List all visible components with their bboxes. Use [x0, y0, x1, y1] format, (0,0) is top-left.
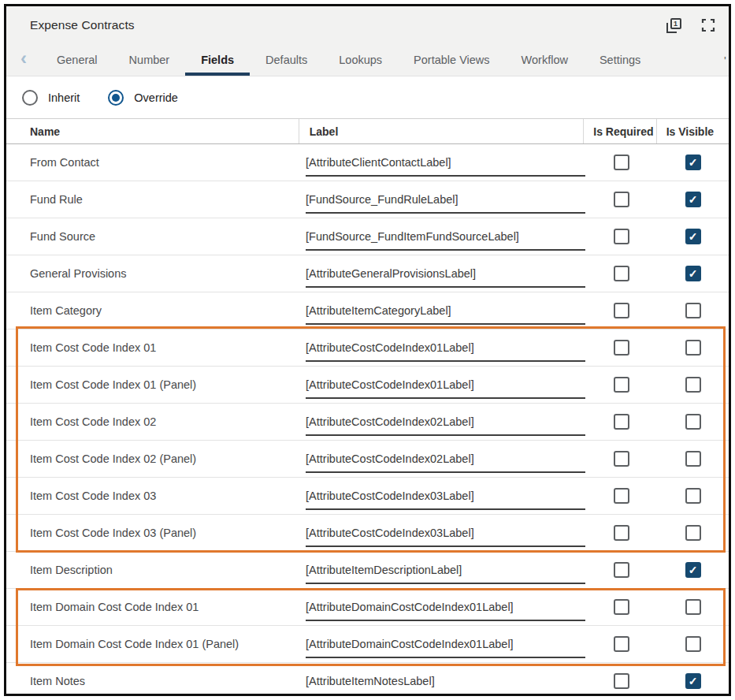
table-row: Item Cost Code Index 02[AttributeCostCod… [6, 404, 729, 441]
is-required-checkbox[interactable] [614, 599, 629, 615]
label-input[interactable]: [AttributeCostCodeIndex01Label] [306, 378, 585, 399]
is-visible-checkbox[interactable] [685, 636, 701, 652]
is-visible-cell [657, 515, 729, 551]
is-visible-cell: ✓ [657, 181, 729, 218]
is-required-cell [585, 404, 657, 440]
label-input[interactable]: [AttributeCostCodeIndex01Label] [306, 341, 585, 362]
is-required-checkbox[interactable] [614, 377, 629, 393]
is-visible-checkbox[interactable] [685, 488, 701, 504]
label-cell: [AttributeDomainCostCodeIndex01Label] [295, 626, 585, 662]
label-cell: [AttributeItemDescriptionLabel] [295, 552, 585, 588]
is-required-checkbox[interactable] [614, 525, 629, 541]
is-required-checkbox[interactable] [614, 303, 629, 318]
label-cell: [FundSource_FundItemFundSourceLabel] [295, 218, 585, 255]
is-required-checkbox[interactable] [614, 229, 629, 244]
column-header-is-required: Is Required [583, 119, 655, 143]
label-input[interactable]: [FundSource_FundItemFundSourceLabel] [306, 230, 585, 251]
title-bar: Expense Contracts 1 [6, 6, 729, 44]
is-required-checkbox[interactable] [614, 414, 629, 430]
label-input[interactable]: [AttributeCostCodeIndex02Label] [306, 452, 585, 473]
table-row: Item Description[AttributeItemDescriptio… [6, 552, 729, 589]
tab-fields[interactable]: Fields [185, 44, 250, 76]
is-visible-checkbox[interactable] [685, 525, 701, 541]
label-cell: [AttributeDomainCostCodeIndex01Label] [295, 589, 585, 625]
is-required-cell [585, 218, 657, 255]
is-visible-cell [657, 330, 729, 366]
field-name: Item Cost Code Index 02 (Panel) [6, 441, 295, 477]
is-required-checkbox[interactable] [614, 340, 629, 356]
is-visible-checkbox[interactable]: ✓ [685, 562, 701, 578]
is-visible-checkbox[interactable]: ✓ [685, 673, 701, 689]
label-cell: [AttributeCostCodeIndex03Label] [295, 478, 585, 514]
label-input[interactable]: [AttributeItemDescriptionLabel] [306, 564, 585, 584]
inherit-radio[interactable] [22, 90, 38, 106]
is-visible-checkbox[interactable] [685, 340, 701, 356]
filter-one-badge: 1 [670, 18, 681, 29]
radio-option-inherit[interactable]: Inherit [22, 90, 80, 106]
page-one-icon[interactable]: 1 [666, 17, 681, 33]
page-title: Expense Contracts [30, 18, 135, 32]
label-input[interactable]: [FundSource_FundRuleLabel] [306, 193, 585, 214]
is-required-checkbox[interactable] [614, 488, 629, 504]
label-input[interactable]: [AttributeClientContactLabel] [306, 156, 585, 177]
tab-overflow-partial[interactable]: ' [724, 53, 729, 67]
table-row: Fund Source[FundSource_FundItemFundSourc… [6, 218, 729, 255]
label-input[interactable]: [AttributeCostCodeIndex03Label] [306, 527, 585, 547]
tab-workflow[interactable]: Workflow [506, 44, 584, 76]
is-required-checkbox[interactable] [614, 192, 629, 207]
app-window: Expense Contracts 1 ‹ GeneralNumberField… [4, 4, 731, 696]
table-row: Item Cost Code Index 03[AttributeCostCod… [6, 478, 729, 515]
tab-settings[interactable]: Settings [584, 44, 656, 76]
tab-number[interactable]: Number [113, 44, 186, 76]
is-visible-checkbox[interactable] [685, 599, 701, 615]
label-input[interactable]: [AttributeDomainCostCodeIndex01Label] [306, 638, 585, 658]
is-visible-checkbox[interactable]: ✓ [685, 266, 701, 281]
label-input[interactable]: [AttributeDomainCostCodeIndex01Label] [306, 601, 585, 621]
label-cell: [AttributeItemCategoryLabel] [295, 292, 585, 329]
label-cell: [AttributeGeneralProvisionsLabel] [295, 255, 585, 292]
field-name: Item Cost Code Index 01 (Panel) [6, 367, 295, 403]
is-visible-cell: ✓ [657, 552, 729, 588]
table-row: Item Domain Cost Code Index 01 (Panel)[A… [6, 626, 729, 663]
field-name: Fund Rule [6, 181, 295, 218]
table-row: Fund Rule[FundSource_FundRuleLabel]✓ [6, 181, 729, 218]
field-name: Item Cost Code Index 01 [6, 330, 295, 366]
is-required-checkbox[interactable] [614, 451, 629, 467]
tab-portable-views[interactable]: Portable Views [398, 44, 505, 76]
radio-option-override[interactable]: Override [108, 90, 178, 106]
tab-lookups[interactable]: Lookups [323, 44, 398, 76]
is-visible-checkbox[interactable]: ✓ [685, 192, 701, 207]
is-visible-checkbox[interactable] [685, 414, 701, 430]
is-visible-checkbox[interactable]: ✓ [685, 229, 701, 244]
is-required-cell [585, 478, 657, 514]
is-required-checkbox[interactable] [614, 562, 629, 578]
is-visible-checkbox[interactable] [685, 451, 701, 467]
is-visible-cell: ✓ [657, 255, 729, 292]
filter-one-icon: 1 [666, 18, 681, 33]
is-visible-checkbox[interactable] [685, 303, 701, 318]
column-header-is-visible: Is Visible [656, 119, 729, 143]
label-input[interactable]: [AttributeItemCategoryLabel] [306, 304, 585, 325]
label-input[interactable]: [AttributeItemNotesLabel] [306, 675, 585, 695]
table-row: General Provisions[AttributeGeneralProvi… [6, 255, 729, 292]
field-name: Item Cost Code Index 03 [6, 478, 295, 514]
is-required-checkbox[interactable] [614, 636, 629, 652]
override-radio[interactable] [108, 90, 124, 106]
label-input[interactable]: [AttributeGeneralProvisionsLabel] [306, 267, 585, 288]
is-visible-checkbox[interactable] [685, 377, 701, 393]
field-name: Item Domain Cost Code Index 01 [6, 589, 295, 625]
is-required-checkbox[interactable] [614, 155, 629, 170]
label-input[interactable]: [AttributeCostCodeIndex03Label] [306, 490, 585, 510]
is-required-checkbox[interactable] [614, 266, 629, 281]
chevron-left-icon[interactable]: ‹ [20, 49, 27, 68]
is-visible-checkbox[interactable]: ✓ [685, 155, 701, 170]
fullscreen-icon[interactable] [700, 17, 716, 33]
inherit-override-toggle: InheritOverride [6, 76, 729, 118]
tab-defaults[interactable]: Defaults [250, 44, 323, 76]
tab-general[interactable]: General [41, 44, 113, 76]
label-input[interactable]: [AttributeCostCodeIndex02Label] [306, 415, 585, 436]
is-required-checkbox[interactable] [614, 673, 629, 689]
table-row: Item Notes[AttributeItemNotesLabel]✓ [6, 663, 729, 696]
radio-label-override: Override [134, 91, 178, 104]
is-visible-cell: ✓ [657, 218, 729, 255]
